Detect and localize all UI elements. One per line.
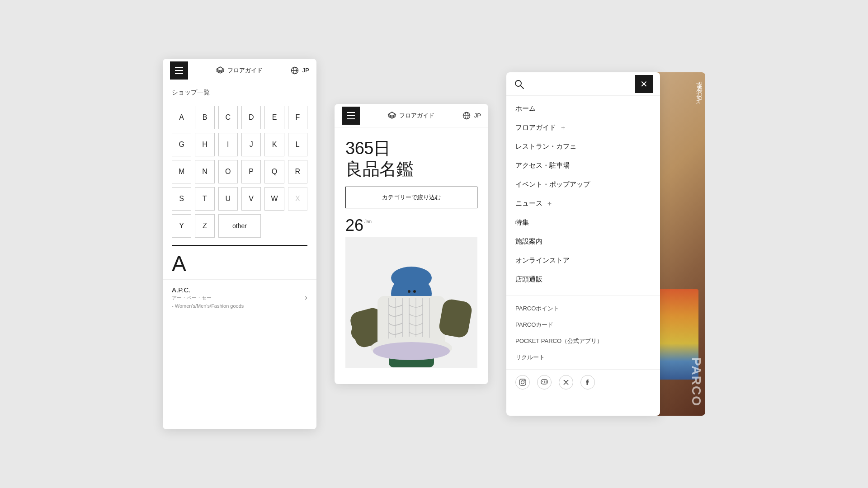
shop-item-info: A.P.C. アー・ペー・セー - Women's/Men's/Fashion … — [172, 286, 244, 309]
layers-icon-1 — [216, 66, 225, 75]
header-right-1: JP — [291, 66, 309, 75]
alpha-btn-E[interactable]: E — [264, 106, 284, 129]
alpha-btn-J[interactable]: J — [241, 133, 261, 156]
svg-point-24 — [373, 342, 450, 360]
sweater-illustration — [345, 237, 477, 368]
alpha-btn-Y[interactable]: Y — [172, 214, 191, 238]
globe-icon-1 — [291, 66, 299, 75]
alpha-btn-R[interactable]: R — [288, 160, 307, 183]
shop-name: A.P.C. — [172, 286, 244, 294]
alpha-btn-P[interactable]: P — [241, 160, 261, 183]
menu-button-1[interactable] — [170, 61, 188, 80]
lang-label-1: JP — [302, 67, 309, 74]
menu-sub-list: PARCOポイント PARCOカード POCKET PARCO（公式アプリ） リ… — [506, 299, 660, 367]
layers-icon-2 — [387, 111, 396, 120]
floor-guide-label-1: フロアガイド — [227, 66, 263, 75]
article-title-line2: 良品名鑑 — [345, 159, 477, 180]
svg-point-29 — [524, 380, 525, 381]
alpha-btn-F[interactable]: F — [288, 106, 307, 129]
menu-sub-recruit[interactable]: リクルート — [506, 349, 660, 366]
facebook-icon[interactable] — [580, 375, 595, 389]
menu-item-restaurant[interactable]: レストラン・カフェ — [506, 137, 660, 156]
filter-button[interactable]: カテゴリーで絞り込む — [345, 187, 477, 208]
menu-item-news[interactable]: ニュース ＋ — [506, 194, 660, 213]
svg-rect-27 — [519, 379, 526, 385]
phone-article: フロアガイド JP 365日 良品名鑑 カテゴリーで絞り込む 26 Jan — [335, 104, 488, 384]
chevron-right-icon: › — [305, 293, 307, 302]
header-right-2: JP — [462, 112, 481, 120]
alpha-btn-I[interactable]: I — [218, 133, 238, 156]
alpha-btn-W[interactable]: W — [264, 187, 284, 211]
alpha-btn-U[interactable]: U — [218, 187, 238, 211]
article-image — [345, 237, 477, 368]
date-number: 26 — [345, 217, 363, 234]
svg-point-23 — [413, 290, 416, 293]
alpha-btn-X: X — [288, 187, 307, 211]
svg-line-26 — [521, 85, 524, 89]
shop-kana: アー・ペー・セー — [172, 295, 244, 301]
menu-divider — [506, 296, 660, 296]
menu-list: ホーム フロアガイド ＋ レストラン・カフェ アクセス・駐車場 イベント・ポップ… — [506, 96, 660, 293]
hamburger-icon-2 — [347, 112, 355, 119]
alpha-btn-O[interactable]: O — [218, 160, 238, 183]
svg-point-22 — [408, 290, 410, 293]
article-title-line1: 365日 — [345, 138, 477, 159]
alpha-btn-Z[interactable]: Z — [195, 214, 214, 238]
lang-label-2: JP — [474, 112, 481, 119]
alpha-btn-G[interactable]: G — [172, 133, 191, 156]
globe-icon-2 — [462, 112, 471, 120]
alpha-btn-C[interactable]: C — [218, 106, 238, 129]
phone3-wrapper: ✕ ホーム フロアガイド ＋ レストラン・カフェ アクセス・駐車場 イベント・ポ… — [506, 72, 705, 416]
alpha-btn-B[interactable]: B — [195, 106, 214, 129]
shop-item-apc[interactable]: A.P.C. アー・ペー・セー - Women's/Men's/Fashion … — [163, 279, 316, 315]
menu-item-event[interactable]: イベント・ポップアップ — [506, 175, 660, 194]
menu-item-special[interactable]: 特集 — [506, 213, 660, 232]
menu-item-home[interactable]: ホーム — [506, 99, 660, 118]
menu-sub-parco-card[interactable]: PARCOカード — [506, 317, 660, 333]
social-row — [506, 369, 660, 395]
alpha-btn-H[interactable]: H — [195, 133, 214, 156]
date-label: 26 Jan — [335, 217, 488, 237]
alpha-btn-L[interactable]: L — [288, 133, 307, 156]
alpha-btn-K[interactable]: K — [264, 133, 284, 156]
alpha-btn-Q[interactable]: Q — [264, 160, 284, 183]
svg-point-28 — [521, 381, 524, 384]
shop-category: - Women's/Men's/Fashion goods — [172, 303, 244, 309]
section-letter: A — [163, 246, 316, 279]
line-icon[interactable] — [537, 375, 552, 389]
twitter-icon[interactable] — [559, 375, 573, 389]
alpha-btn-D[interactable]: D — [241, 106, 261, 129]
search-icon-wrap[interactable] — [514, 79, 524, 89]
instagram-icon[interactable] — [515, 375, 530, 389]
menu-sub-parco-point[interactable]: PARCOポイント — [506, 300, 660, 317]
parco-logo-text: PARCO — [689, 357, 703, 407]
menu-item-floor[interactable]: フロアガイド ＋ — [506, 118, 660, 137]
alphabet-grid: A B C D E F G H I J K L M N O P Q R S T … — [163, 101, 316, 245]
shop-list-title: ショップ一覧 — [163, 82, 316, 101]
menu-item-access[interactable]: アクセス・駐車場 — [506, 156, 660, 175]
article-header: 365日 良品名鑑 — [335, 127, 488, 187]
menu-header: ✕ — [506, 72, 660, 96]
alpha-btn-S[interactable]: S — [172, 187, 191, 211]
menu-item-shop-order[interactable]: 店頭通販 — [506, 270, 660, 289]
svg-point-10 — [391, 267, 432, 289]
article-title: 365日 良品名鑑 — [345, 138, 477, 179]
alpha-btn-V[interactable]: V — [241, 187, 261, 211]
alpha-btn-T[interactable]: T — [195, 187, 214, 211]
alpha-btn-N[interactable]: N — [195, 160, 214, 183]
menu-item-facility[interactable]: 施設案内 — [506, 232, 660, 251]
header-1: フロアガイド JP — [163, 59, 316, 82]
parco-brand: 渋谷PARCO — [696, 81, 703, 100]
search-icon — [514, 79, 524, 89]
floor-guide-label-2: フロアガイド — [399, 112, 434, 120]
menu-item-online-store[interactable]: オンラインストア — [506, 251, 660, 270]
phone-menu: ✕ ホーム フロアガイド ＋ レストラン・カフェ アクセス・駐車場 イベント・ポ… — [506, 72, 660, 416]
menu-button-2[interactable] — [342, 107, 360, 125]
date-month: Jan — [364, 219, 372, 224]
close-button[interactable]: ✕ — [635, 75, 653, 93]
alpha-btn-other[interactable]: other — [218, 214, 261, 238]
menu-sub-pocket-parco[interactable]: POCKET PARCO（公式アプリ） — [506, 333, 660, 349]
alpha-btn-M[interactable]: M — [172, 160, 191, 183]
alpha-btn-A[interactable]: A — [172, 106, 191, 129]
header-center-2: フロアガイド — [387, 111, 434, 120]
